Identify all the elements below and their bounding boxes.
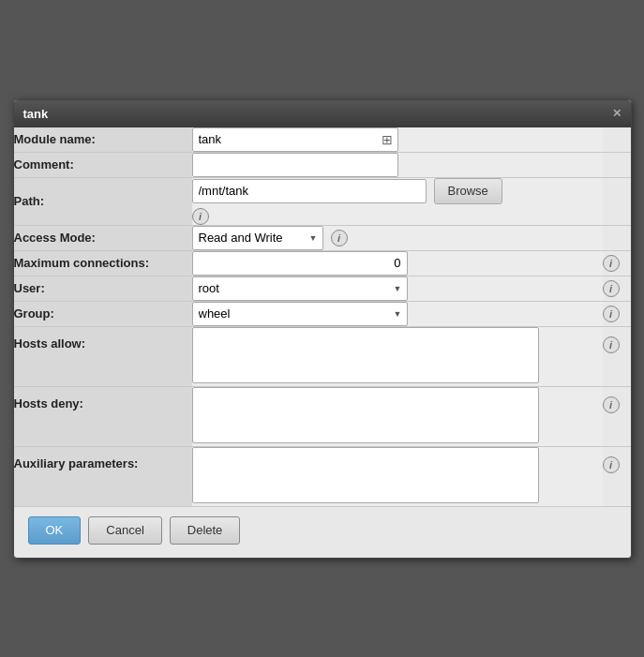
access-mode-select[interactable]: Read and Write Read Only Write Only <box>192 226 323 250</box>
hosts-deny-textarea[interactable] <box>192 387 539 443</box>
group-label: Group: <box>14 301 192 326</box>
dialog-title: tank <box>23 107 49 121</box>
max-connections-input[interactable] <box>192 251 408 276</box>
access-mode-value: Read and Write Read Only Write Only i <box>192 225 603 250</box>
access-mode-info-icon[interactable]: i <box>331 230 348 246</box>
hosts-deny-info-icon[interactable]: i <box>603 396 620 413</box>
auxiliary-params-label: Auxiliary parameters: <box>14 446 192 506</box>
module-name-input[interactable] <box>192 127 398 152</box>
auxiliary-params-row: Auxiliary parameters: i <box>14 446 631 506</box>
module-name-value: ⊞ <box>192 127 603 153</box>
cancel-button[interactable]: Cancel <box>88 516 161 545</box>
user-value: root admin nobody <box>192 276 603 301</box>
module-name-input-wrapper: ⊞ <box>192 127 398 152</box>
hosts-deny-info-cell: i <box>603 386 631 446</box>
path-label: Path: <box>14 177 192 225</box>
user-info-icon[interactable]: i <box>603 280 620 297</box>
hosts-allow-info-cell: i <box>603 326 631 386</box>
max-connections-label: Maximum connections: <box>14 250 192 276</box>
group-select[interactable]: wheel admin nobody <box>192 302 408 326</box>
access-mode-label: Access Mode: <box>14 225 192 250</box>
auxiliary-params-value <box>192 446 603 506</box>
auxiliary-params-textarea[interactable] <box>192 447 539 503</box>
browse-button[interactable]: Browse <box>434 178 502 204</box>
hosts-allow-textarea[interactable] <box>192 327 539 383</box>
module-name-row: Module name: ⊞ <box>14 127 631 153</box>
max-connections-info-cell: i <box>603 250 631 276</box>
hosts-allow-info-icon[interactable]: i <box>603 336 620 353</box>
comment-input[interactable] <box>192 153 398 177</box>
footer: OK Cancel Delete <box>14 507 631 558</box>
hosts-deny-row: Hosts deny: i <box>14 386 631 446</box>
path-value: Browse i <box>192 177 603 225</box>
close-icon[interactable]: ✕ <box>612 107 622 120</box>
group-row: Group: wheel admin nobody i <box>14 301 631 326</box>
auxiliary-params-info-cell: i <box>603 446 631 506</box>
comment-label: Comment: <box>14 152 192 177</box>
access-mode-row: Access Mode: Read and Write Read Only Wr… <box>14 225 631 250</box>
group-info-cell: i <box>603 301 631 326</box>
hosts-allow-row: Hosts allow: i <box>14 326 631 386</box>
max-connections-info-icon[interactable]: i <box>603 255 620 272</box>
group-info-icon[interactable]: i <box>603 306 620 322</box>
user-info-cell: i <box>603 276 631 301</box>
hosts-allow-value <box>192 326 603 386</box>
max-connections-value <box>192 250 603 276</box>
form-table: Module name: ⊞ Comment: Path: <box>14 127 631 507</box>
user-label: User: <box>14 276 192 301</box>
user-select-wrapper: root admin nobody <box>192 276 408 301</box>
module-name-icon: ⊞ <box>382 132 393 147</box>
comment-value <box>192 152 603 177</box>
delete-button[interactable]: Delete <box>170 516 241 545</box>
dialog: tank ✕ Module name: ⊞ Comment: <box>13 99 632 559</box>
module-name-label: Module name: <box>14 127 192 153</box>
user-row: User: root admin nobody i <box>14 276 631 301</box>
access-mode-select-wrapper: Read and Write Read Only Write Only <box>192 226 323 250</box>
group-select-wrapper: wheel admin nobody <box>192 302 408 326</box>
user-select[interactable]: root admin nobody <box>192 276 408 301</box>
hosts-deny-value <box>192 386 603 446</box>
auxiliary-params-info-icon[interactable]: i <box>603 456 620 473</box>
comment-row: Comment: <box>14 152 631 177</box>
group-value: wheel admin nobody <box>192 301 603 326</box>
hosts-allow-label: Hosts allow: <box>14 326 192 386</box>
path-row: Path: Browse i <box>14 177 631 225</box>
hosts-deny-label: Hosts deny: <box>14 386 192 446</box>
path-info-icon[interactable]: i <box>192 208 209 225</box>
max-connections-row: Maximum connections: i <box>14 250 631 276</box>
ok-button[interactable]: OK <box>28 516 82 545</box>
path-input[interactable] <box>192 179 427 203</box>
titlebar: tank ✕ <box>14 100 631 127</box>
